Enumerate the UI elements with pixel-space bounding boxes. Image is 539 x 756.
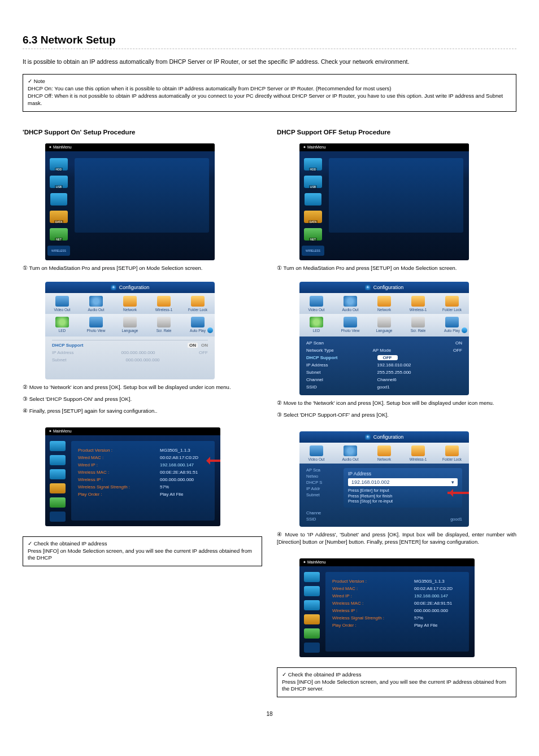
hdd-icon	[304, 572, 320, 582]
right-column: DHCP Support OFF Setup Procedure ✦ MainM…	[277, 129, 516, 698]
video-out-icon	[55, 296, 69, 307]
note-box: ✓ Note DHCP On: You can use this option …	[23, 74, 516, 111]
right-step-3: ③ Select 'DHCP Support-OFF' and press [O…	[277, 412, 516, 419]
screenshot-mainmenu-left: ✦ MainMenu HDD USB DATA NET WIRELESS	[45, 143, 215, 260]
right-tip-body: Press [INFO] on Mode Selection screen, a…	[282, 679, 511, 693]
folder-lock-icon	[191, 296, 205, 307]
screenshot-config-dhcp-off: Configuration Video Out Audio Out Networ…	[299, 282, 469, 395]
right-tip-label: ✓ Check the obtained IP address	[282, 671, 511, 679]
left-step-3: ③ Select 'DHCP Support-ON' and press [OK…	[23, 396, 262, 403]
photo-view-icon	[89, 317, 103, 327]
section-heading: 6.3 Network Setup	[23, 34, 516, 46]
pc-icon	[305, 193, 321, 206]
usb-icon	[304, 586, 320, 596]
led-icon	[55, 317, 69, 327]
network-icon	[123, 296, 137, 307]
data-icon: DATA	[50, 211, 68, 223]
arrow-icon	[202, 457, 220, 465]
pc-icon	[50, 193, 67, 206]
arrow-icon	[447, 489, 469, 497]
hdd-icon	[50, 441, 66, 451]
language-icon	[123, 317, 137, 327]
config-title: Configuration	[119, 285, 150, 290]
page-number: 18	[23, 711, 516, 717]
left-step-1: ① Turn on MediaStation Pro and press [SE…	[23, 265, 262, 272]
hdd-icon: HDD	[50, 158, 68, 171]
pc-icon	[304, 600, 320, 610]
ip-dialog-title: IP Address	[348, 471, 458, 477]
data-icon	[50, 483, 66, 493]
data-icon: DATA	[304, 211, 322, 223]
left-tip-body: Press [INFO] on Mode Selection screen, a…	[28, 548, 257, 562]
left-column: 'DHCP Support On' Setup Procedure ✦ Main…	[23, 129, 262, 567]
screenshot-info-right: ✦ MainMenu Product Version :MG350S_1.1.3…	[299, 558, 475, 657]
right-step-1: ① Turn on MediaStation Pro and press [SE…	[277, 265, 516, 272]
screenshot-mainmenu-right: ✦ MainMenu HDD USB DATA NET WIRELESS	[299, 143, 469, 260]
note-line-2: DHCP Off: When it is not possible to obt…	[28, 93, 511, 107]
left-step-2: ② Move to 'Network' icon and press [OK].…	[23, 384, 262, 391]
intro-text: It is possible to obtain an IP address a…	[23, 57, 516, 66]
hdd-icon: HDD	[304, 158, 322, 171]
left-step-4: ④ Finally, press [SETUP] again for savin…	[23, 408, 262, 415]
wireless-icon	[304, 628, 320, 639]
ip-address-label: IP Address	[52, 350, 106, 355]
gear-icon	[365, 434, 371, 440]
left-tip-box: ✓ Check the obtained IP address Press [I…	[23, 536, 262, 566]
wireless-icon	[50, 497, 66, 508]
wireless-icon: NET	[50, 228, 68, 241]
wireless-icon: NET	[304, 228, 322, 241]
usb-icon: USB	[304, 176, 322, 188]
gear-icon	[111, 285, 116, 290]
mainmenu-title: ✦ MainMenu	[45, 145, 72, 150]
wireless-label	[304, 643, 320, 653]
note-line-1: DHCP On: You can use this option when it…	[28, 85, 511, 93]
wireless-label: WIRELESS	[47, 246, 70, 256]
wireless-label: WIRELESS	[302, 246, 324, 256]
right-step-4: ④ Move to 'IP Address', 'Subnet' and pre…	[277, 531, 516, 546]
audio-out-icon	[89, 296, 103, 307]
screenshot-info-left: ✦ MainMenu Product Version :MG350S_1.1.3…	[45, 427, 220, 526]
dhcp-support-label: DHCP Support	[52, 343, 106, 348]
left-heading: 'DHCP Support On' Setup Procedure	[23, 129, 262, 136]
gear-icon	[365, 285, 371, 290]
right-step-2: ② Move to the 'Network' icon and press […	[277, 400, 516, 407]
right-heading: DHCP Support OFF Setup Procedure	[277, 129, 516, 136]
left-tip-label: ✓ Check the obtained IP address	[28, 540, 257, 548]
ip-input-field: 192.168.010.002▾	[348, 478, 458, 486]
note-label: ✓ Note	[28, 78, 511, 85]
wireless-tab-icon	[157, 296, 171, 307]
pc-icon	[50, 469, 66, 479]
usb-icon: USB	[50, 176, 68, 188]
screenshot-config-dhcp-on: Configuration Video Out Audio Out Networ…	[45, 282, 215, 379]
separator	[23, 49, 516, 49]
data-icon	[304, 614, 320, 624]
usb-icon	[50, 455, 66, 465]
right-tip-box: ✓ Check the obtained IP address Press [I…	[277, 667, 516, 697]
subnet-label: Subnet	[52, 357, 106, 362]
wireless-label	[50, 512, 66, 522]
screenshot-ip-address-dialog: Configuration Video Out Audio Out Networ…	[299, 431, 469, 527]
auto-play-icon	[191, 317, 205, 327]
scr-rate-icon	[157, 317, 171, 327]
